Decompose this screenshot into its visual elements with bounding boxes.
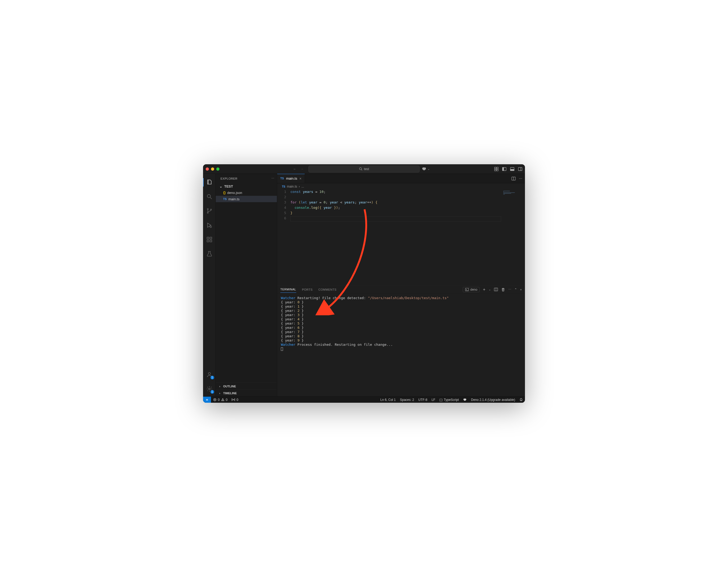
search-icon	[359, 167, 362, 171]
code-line[interactable]: 5}	[277, 211, 525, 216]
status-cursor[interactable]: Ln 6, Col 1	[378, 397, 398, 403]
file-deno-json[interactable]: {} deno.json	[216, 189, 277, 196]
tab-comments[interactable]: COMMENTS	[318, 287, 336, 293]
split-terminal-icon[interactable]	[494, 288, 498, 292]
svg-line-15	[210, 197, 212, 199]
status-spaces[interactable]: Spaces: 2	[398, 397, 416, 403]
panel: TERMINAL PORTS COMMENTS deno + ⌄ ⋯ ⌃	[277, 285, 525, 396]
json-file-icon: {}	[223, 191, 226, 194]
panel-close-button[interactable]: ×	[520, 288, 522, 291]
status-ports[interactable]: 0	[230, 397, 240, 403]
breadcrumbs[interactable]: TS main.ts › ...	[277, 183, 525, 190]
timeline-section[interactable]: › TIMELINE	[216, 390, 277, 396]
line-number: 1	[277, 190, 290, 195]
vscode-window: ← → test ⌄	[203, 164, 525, 403]
panel-more-button[interactable]: ⋯	[508, 288, 511, 291]
activity-source-control[interactable]	[203, 204, 216, 217]
toggle-sidebar-icon[interactable]	[502, 167, 506, 171]
panel-tabs: TERMINAL PORTS COMMENTS deno + ⌄ ⋯ ⌃	[277, 286, 525, 294]
current-line-highlight	[290, 216, 501, 221]
svg-rect-4	[495, 167, 496, 169]
extensions-icon	[206, 236, 213, 243]
explorer-sidebar: EXPLORER ⋯ ⌄ TEST {} deno.json TS main.t…	[216, 174, 277, 396]
kill-terminal-icon[interactable]	[501, 288, 505, 292]
activity-bar: 1 1	[203, 174, 216, 396]
svg-point-26	[209, 388, 210, 390]
toggle-panel-icon[interactable]	[510, 167, 514, 171]
svg-point-16	[207, 208, 208, 209]
broadcast-icon	[232, 398, 235, 402]
remote-button[interactable]	[203, 397, 211, 403]
svg-rect-5	[497, 167, 498, 169]
minimize-window-button[interactable]	[211, 167, 214, 171]
error-count: 0	[218, 398, 220, 402]
explorer-title: EXPLORER	[221, 177, 237, 180]
svg-rect-21	[207, 240, 209, 242]
nav-forward-button[interactable]: →	[300, 167, 304, 171]
deno-label: deno	[470, 288, 478, 292]
code-line[interactable]: 1const years = 10;	[277, 190, 525, 195]
panel-maximize-button[interactable]: ⌃	[514, 288, 517, 292]
search-icon	[206, 193, 213, 200]
svg-point-37	[233, 399, 234, 400]
editor-more-button[interactable]: ⋯	[519, 176, 522, 180]
tab-actions: ⋯	[509, 174, 525, 183]
file-label: deno.json	[227, 191, 242, 195]
chevron-down-icon: ⌄	[219, 184, 223, 188]
activity-testing[interactable]	[203, 247, 216, 260]
file-main-ts[interactable]: TS main.ts	[216, 196, 277, 202]
toggle-secondary-sidebar-icon[interactable]	[518, 167, 522, 171]
tab-ports[interactable]: PORTS	[302, 287, 313, 293]
maximize-window-button[interactable]	[216, 167, 219, 171]
nav-back-button[interactable]: ←	[293, 167, 296, 171]
layout-grid-icon[interactable]	[494, 167, 498, 171]
editor-tabs: TS main.ts × ⋯	[277, 174, 525, 183]
code-line[interactable]: 3for (let year = 0; year < years; year++…	[277, 200, 525, 205]
split-editor-icon[interactable]	[511, 176, 516, 181]
terminal-output[interactable]: Watcher Restarting! File change detected…	[277, 294, 525, 396]
explorer-header: EXPLORER ⋯	[216, 174, 277, 183]
status-notifications[interactable]	[517, 397, 525, 403]
explorer-more-button[interactable]: ⋯	[271, 177, 275, 180]
line-number: 5	[277, 211, 290, 216]
command-center-search[interactable]: test	[308, 165, 420, 172]
folder-root[interactable]: ⌄ TEST	[216, 183, 277, 189]
terminal-profile-deno[interactable]: deno	[463, 287, 480, 292]
status-deno[interactable]: Deno 2.1.4 (Upgrade available)	[469, 397, 517, 403]
code-line[interactable]: 4 console.log({ year });	[277, 205, 525, 211]
status-eol[interactable]: LF	[429, 397, 437, 403]
nav-arrows: ← →	[293, 167, 304, 171]
status-language[interactable]: { } TypeScript	[437, 397, 461, 403]
code-content: console.log({ year });	[290, 205, 340, 211]
activity-accounts[interactable]: 1	[203, 368, 216, 381]
outline-label: OUTLINE	[223, 385, 236, 388]
outline-section[interactable]: › OUTLINE	[216, 383, 277, 390]
activity-settings[interactable]: 1	[203, 383, 216, 395]
breadcrumb-sep: ›	[299, 185, 300, 188]
terminal-dropdown-button[interactable]: ⌄	[489, 288, 491, 291]
activity-run-debug[interactable]	[203, 219, 216, 231]
status-copilot[interactable]	[461, 397, 469, 403]
tab-terminal[interactable]: TERMINAL	[280, 286, 296, 293]
tab-main-ts[interactable]: TS main.ts ×	[277, 174, 305, 183]
activity-search[interactable]	[203, 190, 216, 203]
tab-close-button[interactable]: ×	[299, 176, 302, 181]
status-problems[interactable]: 0 0	[211, 397, 230, 403]
svg-line-1	[361, 169, 362, 170]
code-line[interactable]: 2	[277, 195, 525, 200]
breadcrumb-file: main.ts	[287, 185, 297, 188]
activity-explorer[interactable]	[203, 176, 216, 189]
close-window-button[interactable]	[206, 167, 209, 171]
line-number: 4	[277, 205, 290, 211]
chevron-down-icon: ⌄	[428, 167, 430, 170]
activity-extensions[interactable]	[203, 233, 216, 246]
code-editor[interactable]: 1const years = 10;23for (let year = 0; y…	[277, 190, 525, 285]
minimap[interactable]	[501, 190, 525, 285]
svg-point-14	[207, 194, 210, 198]
svg-point-17	[207, 212, 208, 213]
new-terminal-button[interactable]: +	[483, 287, 485, 292]
status-encoding[interactable]: UTF-8	[416, 397, 429, 403]
line-number: 6	[277, 216, 290, 221]
settings-badge: 1	[210, 390, 214, 394]
copilot-button[interactable]: ⌄	[422, 167, 430, 171]
